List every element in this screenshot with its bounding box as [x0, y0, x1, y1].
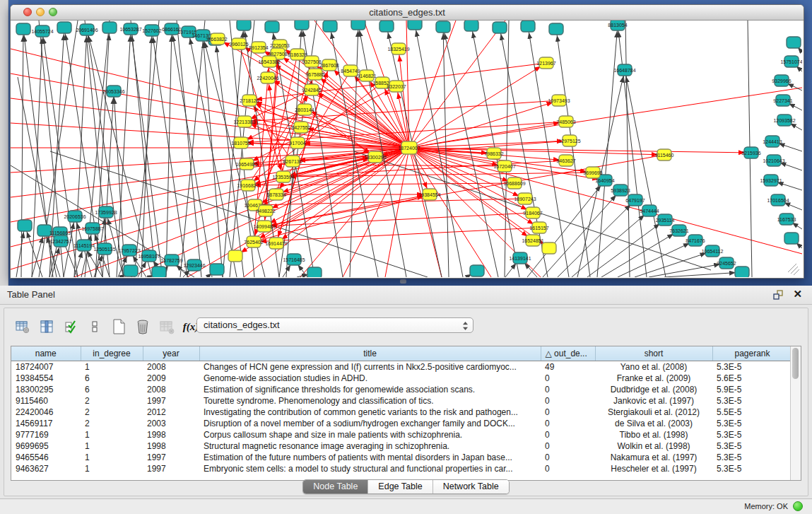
column-header-name[interactable]: name: [11, 346, 81, 361]
network-node[interactable]: 20206536: [64, 211, 86, 222]
network-node[interactable]: 8267130: [283, 156, 302, 167]
network-node[interactable]: [210, 264, 224, 275]
network-node[interactable]: 17016504: [767, 194, 789, 206]
table-row[interactable]: 977716911998Corpus callosum shape and si…: [11, 429, 792, 440]
table-settings-icon[interactable]: [14, 318, 31, 335]
table-row[interactable]: 946554611997Estimation of the future num…: [11, 452, 792, 463]
network-node[interactable]: [265, 21, 279, 33]
network-node[interactable]: 1615157: [529, 222, 548, 233]
network-node[interactable]: 9115460: [655, 149, 674, 160]
tab-edge-table[interactable]: Edge Table: [368, 480, 433, 493]
network-node[interactable]: 7632621: [669, 225, 688, 236]
column-header-title[interactable]: title: [199, 346, 541, 361]
network-node[interactable]: 9675885: [305, 69, 324, 80]
network-node[interactable]: 14055724: [31, 25, 53, 37]
table-row[interactable]: 946362711997Embryonic stem cells: a mode…: [11, 463, 792, 474]
network-node[interactable]: 5938923: [611, 185, 630, 196]
network-node[interactable]: 8427552: [291, 122, 310, 133]
network-node[interactable]: 5878334: [266, 189, 286, 200]
network-node[interactable]: [295, 21, 309, 30]
table-row[interactable]: 1830029562008Estimation of significance …: [11, 384, 792, 395]
table-row[interactable]: 911546021997Tourette syndrome. Phenomeno…: [11, 395, 792, 407]
table-row[interactable]: 1872400712008Changes of HCN gene express…: [11, 361, 792, 373]
network-node[interactable]: [152, 267, 166, 277]
network-node[interactable]: 9227341: [773, 95, 792, 106]
network-node[interactable]: 15932971: [760, 175, 782, 186]
network-node[interactable]: [408, 21, 422, 30]
network-node[interactable]: 12923446: [183, 259, 205, 271]
network-node[interactable]: 7986332: [484, 148, 503, 159]
network-node[interactable]: 1244413: [763, 136, 782, 147]
tab-node-table[interactable]: Node Table: [303, 480, 368, 493]
network-node[interactable]: 8813054: [608, 21, 627, 30]
network-node[interactable]: 18907243: [514, 193, 536, 204]
table-select-dropdown[interactable]: citations_edges.txt: [196, 317, 473, 333]
network-node[interactable]: 9474444: [640, 205, 659, 216]
network-node[interactable]: 9699695: [583, 167, 602, 178]
network-node[interactable]: 1167533: [777, 214, 796, 225]
network-node[interactable]: 2867608: [319, 59, 339, 71]
split-pane-handle[interactable]: [400, 279, 406, 284]
network-node[interactable]: [351, 21, 365, 30]
network-node[interactable]: 12342757: [49, 235, 71, 247]
table-row[interactable]: 1938455462009Genome-wide association stu…: [11, 373, 792, 384]
network-node[interactable]: 20691406: [76, 24, 98, 35]
network-node[interactable]: [379, 21, 394, 32]
network-node[interactable]: 2935114: [656, 214, 675, 226]
network-node[interactable]: 16648784: [613, 64, 635, 76]
table-row[interactable]: 1456911722003Disruption of a novel membe…: [11, 418, 792, 429]
network-node[interactable]: [521, 21, 535, 32]
network-node[interactable]: [784, 233, 799, 244]
table-vertical-scrollbar[interactable]: [790, 346, 801, 480]
network-node[interactable]: [102, 22, 117, 33]
network-node[interactable]: 8471676: [686, 235, 705, 246]
network-node[interactable]: 16524851: [522, 235, 543, 246]
network-node[interactable]: 15751074: [780, 56, 802, 67]
network-node[interactable]: [787, 37, 801, 48]
network-node[interactable]: 12975125: [558, 135, 580, 146]
network-node[interactable]: [237, 21, 251, 30]
new-document-icon[interactable]: [110, 318, 127, 335]
network-node[interactable]: 1213967: [536, 57, 555, 69]
network-node[interactable]: [18, 220, 32, 231]
network-node[interactable]: 9960125: [229, 38, 248, 49]
network-canvas[interactable]: 1405572420691406106532871527602686616010…: [11, 21, 802, 277]
table-row[interactable]: 2242004622012Investigating the contribut…: [11, 407, 792, 418]
network-node[interactable]: 1810755: [231, 137, 250, 148]
network-node[interactable]: 9463627: [556, 155, 575, 166]
close-panel-icon[interactable]: ✕: [793, 288, 802, 300]
tab-network-table[interactable]: Network Table: [433, 480, 509, 493]
network-node[interactable]: 16782759: [160, 255, 182, 266]
float-panel-icon[interactable]: [772, 289, 784, 300]
network-node[interactable]: [124, 265, 138, 276]
column-visibility-icon[interactable]: [38, 318, 55, 335]
network-node[interactable]: 16914479: [265, 238, 287, 249]
network-node[interactable]: 7663822: [208, 33, 227, 45]
network-node[interactable]: 1527602: [142, 25, 161, 36]
network-node[interactable]: 917004: [289, 137, 305, 148]
column-header-pagerank[interactable]: pagerank: [712, 346, 792, 361]
network-node[interactable]: 9184067: [523, 207, 542, 218]
network-node[interactable]: 9329966: [772, 75, 791, 86]
network-node[interactable]: 8322037: [387, 81, 406, 92]
network-node[interactable]: 10653287: [119, 23, 141, 35]
network-node[interactable]: [307, 267, 322, 277]
network-node[interactable]: [542, 243, 556, 254]
network-node[interactable]: [228, 250, 242, 262]
network-node[interactable]: [464, 21, 478, 31]
network-node[interactable]: 2803144: [295, 104, 314, 115]
table-row[interactable]: 969969511998Structural magnetic resonanc…: [11, 440, 792, 452]
network-node[interactable]: [549, 23, 563, 35]
network-node[interactable]: 9245652: [717, 257, 736, 269]
window-titlebar[interactable]: citations_edges.txt: [11, 5, 804, 21]
column-header-short[interactable]: short: [595, 346, 712, 361]
network-node[interactable]: 8215936: [741, 147, 760, 158]
network-node[interactable]: 9498222: [256, 205, 275, 216]
network-node[interactable]: 8912354: [249, 42, 268, 53]
network-node[interactable]: 7625402: [244, 236, 263, 247]
network-node[interactable]: 2718120: [240, 95, 259, 106]
network-node[interactable]: 10210643: [763, 155, 784, 166]
column-header-out_de[interactable]: △ out_de...: [541, 346, 595, 361]
network-node[interactable]: [735, 267, 749, 277]
network-node[interactable]: 15716485: [283, 254, 305, 265]
